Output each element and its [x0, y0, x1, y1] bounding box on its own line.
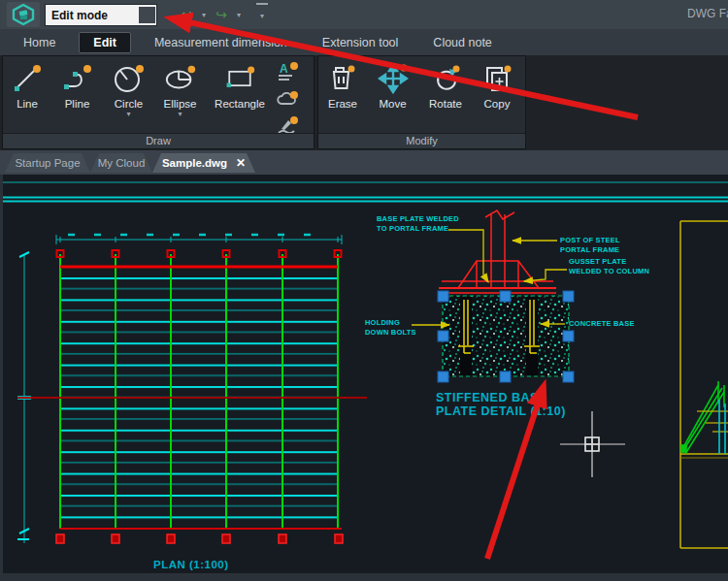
plan-title: PLAN (1:100)	[153, 559, 229, 571]
revision-cloud-icon[interactable]	[276, 87, 301, 111]
modify-copy-label: Copy	[484, 98, 511, 110]
draw-line-button[interactable]: Line	[3, 56, 51, 110]
rectangle-icon	[223, 61, 256, 96]
doc-tab-sample-dwg-label: Sample.dwg	[162, 157, 227, 169]
cad-geometry	[0, 175, 728, 573]
app-window: Edit mode ↩ ▾ ↪ ▾ ▾ DWG Fa Home Edit Mea…	[0, 0, 728, 581]
callout-gusset-plate: GUSSET PLATE WELDED TO COLUMN	[569, 257, 649, 276]
ribbon-tab-home[interactable]: Home	[12, 32, 67, 53]
draw-line-label: Line	[17, 98, 38, 110]
elevation-drawing-partial	[680, 221, 728, 548]
draw-ellipse-button[interactable]: Ellipse ▾	[154, 56, 206, 118]
customize-toolbar-icon[interactable]: ▾	[256, 3, 268, 27]
draw-pline-label: Pline	[65, 98, 90, 110]
mode-select-dropdown-button[interactable]	[139, 7, 155, 23]
rotate-icon	[429, 61, 462, 96]
detail-title: STIFFENED BASE PLATE DETAIL (1:10)	[436, 391, 566, 419]
ribbon-tab-bar: Home Edit Measurement dimension Extensio…	[0, 29, 728, 55]
undo-icon[interactable]: ↩	[177, 4, 196, 25]
ribbon-tab-extension-tool[interactable]: Extension tool	[311, 32, 411, 53]
doc-tab-my-cloud[interactable]: My Cloud	[90, 153, 152, 173]
text-icon[interactable]: A	[276, 60, 301, 83]
polyline-icon	[61, 61, 94, 96]
modify-rotate-button[interactable]: Rotate	[418, 56, 473, 110]
bottom-scroll-strip[interactable]	[0, 573, 728, 581]
copy-icon	[480, 61, 513, 96]
modify-move-button[interactable]: Move	[367, 56, 418, 110]
draw-pline-button[interactable]: Pline	[51, 56, 103, 110]
callout-concrete-base: CONCRETE BASE	[569, 319, 635, 329]
ribbon-tab-measurement-dimension[interactable]: Measurement dimension	[143, 32, 299, 53]
ribbon-tab-edit[interactable]: Edit	[79, 32, 131, 53]
modify-erase-label: Erase	[328, 98, 357, 110]
mode-select-value: Edit mode	[46, 9, 139, 22]
modify-copy-button[interactable]: Copy	[473, 56, 521, 110]
draw-extra-tools: A	[276, 56, 301, 138]
ribbon-panel-modify: Erase Move	[317, 55, 526, 149]
draw-rectangle-button[interactable]: Rectangle	[206, 56, 274, 110]
line-icon	[11, 61, 44, 96]
crosshair-cursor	[560, 411, 625, 477]
app-title: DWG Fa	[687, 7, 728, 20]
close-tab-icon[interactable]: ✕	[236, 156, 246, 170]
callout-post-of-steel: POST OF STEEL PORTAL FRAME	[560, 236, 620, 255]
draw-circle-button[interactable]: Circle ▾	[103, 56, 154, 118]
modify-rotate-label: Rotate	[429, 98, 462, 110]
doc-tab-sample-dwg[interactable]: Sample.dwg ✕	[152, 153, 255, 173]
redo-dropdown-icon[interactable]: ▾	[233, 4, 245, 25]
ribbon: Line Pline	[0, 55, 728, 150]
canvas-left-edge	[0, 175, 3, 573]
draw-rectangle-label: Rectangle	[215, 98, 265, 110]
base-plate-detail-drawing	[412, 210, 574, 382]
drawing-canvas[interactable]: BASE PLATE WELDED TO PORTAL FRAME POST O…	[0, 175, 728, 573]
move-arrows-icon	[377, 61, 410, 96]
draw-panel-caption: Draw	[3, 133, 314, 148]
ellipse-icon	[164, 61, 197, 96]
ribbon-tab-cloud-note[interactable]: Cloud note	[421, 32, 503, 53]
plan-drawing	[17, 235, 367, 543]
callout-base-plate-welded: BASE PLATE WELDED TO PORTAL FRAME	[377, 214, 459, 234]
circle-dropdown-icon[interactable]: ▾	[126, 111, 130, 118]
mode-select[interactable]: Edit mode	[45, 4, 157, 26]
doc-tab-startup-page[interactable]: Startup Page	[5, 153, 90, 173]
svg-text:A: A	[280, 62, 288, 76]
frame-border-lines	[0, 182, 728, 202]
modify-erase-button[interactable]: Erase	[318, 56, 367, 110]
quick-access-toolbar: ↩ ▾ ↪ ▾ ▾	[177, 4, 268, 25]
callout-holding-down-bolts: HOLDING DOWN BOLTS	[365, 318, 416, 338]
app-logo-icon	[12, 4, 35, 25]
ribbon-panel-draw: Line Pline	[2, 55, 314, 149]
title-bar: Edit mode ↩ ▾ ↪ ▾ ▾ DWG Fa	[0, 0, 728, 29]
circle-icon	[113, 61, 146, 96]
document-tab-bar: Startup Page My Cloud Sample.dwg ✕	[0, 150, 728, 175]
doc-tab-startup-page-label: Startup Page	[15, 157, 80, 169]
ellipse-dropdown-icon[interactable]: ▾	[178, 111, 182, 118]
erase-trash-icon	[326, 61, 359, 96]
draw-ellipse-label: Ellipse	[164, 98, 197, 110]
modify-panel-caption: Modify	[318, 133, 525, 148]
draw-circle-label: Circle	[115, 98, 143, 110]
redo-icon[interactable]: ↪	[212, 4, 231, 25]
modify-move-label: Move	[379, 98, 406, 110]
undo-dropdown-icon[interactable]: ▾	[198, 4, 210, 25]
app-logo-button[interactable]	[7, 2, 40, 27]
doc-tab-my-cloud-label: My Cloud	[98, 157, 146, 169]
